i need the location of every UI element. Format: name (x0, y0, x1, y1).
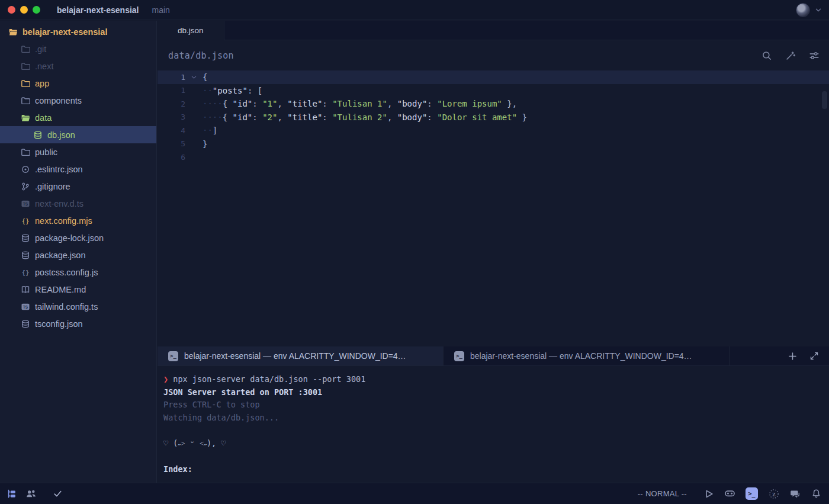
terminal-tab-1[interactable]: >_belajar-next-esensial — env ALACRITTY_… (158, 346, 444, 365)
code-line[interactable]: 1··"posts": [ (158, 84, 829, 98)
terminal-output[interactable]: ❯ npx json-server data/db.json --port 30… (158, 367, 829, 483)
folder-open-icon (8, 27, 18, 37)
zoom-window-button[interactable] (33, 6, 40, 14)
minimize-window-button[interactable] (20, 6, 28, 14)
sidebar-item-gitignore[interactable]: .gitignore (0, 178, 156, 195)
code-text: } (203, 139, 207, 149)
file-name: app (35, 79, 49, 88)
terminal-line: Press CTRL-C to stop (163, 398, 829, 411)
sidebar-item-package-json[interactable]: package.json (0, 246, 156, 264)
line-number: 5 (158, 139, 185, 148)
folder-open-icon (21, 113, 30, 123)
editor-tab-bar: db.json (158, 21, 829, 40)
close-window-button[interactable] (8, 6, 15, 14)
sidebar-item-next-env-d-ts[interactable]: TSnext-env.d.ts (0, 195, 156, 212)
code-line[interactable]: 1{ (158, 70, 829, 84)
file-name: package-lock.json (35, 233, 104, 243)
sidebar-item-data[interactable]: data (0, 109, 156, 126)
database-icon (21, 233, 30, 243)
file-name: public (35, 147, 57, 157)
sidebar-item-package-lock-json[interactable]: package-lock.json (0, 229, 156, 246)
sidebar-item-app[interactable]: app (0, 75, 156, 92)
editor-controls-icon[interactable] (809, 50, 820, 61)
inline-assist-icon[interactable] (785, 50, 796, 61)
line-number: 6 (158, 153, 185, 162)
status-bar: -- NORMAL -- >_ z (0, 483, 829, 504)
terminal-line: Index: (163, 463, 829, 476)
terminal-tab-bar: >_belajar-next-esensial — env ALACRITTY_… (158, 346, 829, 366)
sidebar-item-eslintrc-json[interactable]: .eslintrc.json (0, 160, 156, 178)
sidebar-item-tsconfig-json[interactable]: tsconfig.json (0, 315, 156, 332)
sidebar-item-next[interactable]: .next (0, 57, 156, 75)
code-text: { (203, 72, 207, 82)
zed-window: belajar-next-esensial main belajar-next-… (0, 0, 829, 504)
scrollbar-thumb[interactable] (822, 91, 827, 109)
fold-chevron-icon[interactable] (185, 73, 203, 81)
code-text: ··] (203, 126, 217, 135)
sidebar-item-components[interactable]: components (0, 92, 156, 109)
terminal-icon: >_ (168, 351, 178, 361)
editor-pane: db.json data/db.json 1{1··"posts": [2···… (158, 21, 829, 346)
git-branch-name[interactable]: main (152, 5, 170, 15)
chevron-down-icon[interactable] (814, 5, 823, 15)
braces-icon: {} (21, 216, 30, 226)
traffic-lights (8, 6, 40, 14)
line-number: 1 (158, 73, 185, 82)
terminal-tabs: >_belajar-next-esensial — env ALACRITTY_… (158, 346, 730, 365)
collab-panel-icon[interactable] (25, 488, 37, 499)
code-line[interactable]: 5} (158, 137, 829, 151)
new-terminal-button[interactable] (788, 351, 798, 361)
git-branch-icon (21, 182, 30, 191)
sidebar-item-postcss-config-js[interactable]: {}postcss.config.js (0, 264, 156, 281)
sidebar-item-tailwind-config-ts[interactable]: TStailwind.config.ts (0, 298, 156, 315)
copilot-icon[interactable] (724, 488, 735, 499)
terminal-tab-label: belajar-next-esensial — env ALACRITTY_WI… (184, 351, 406, 361)
chat-icon[interactable] (789, 488, 801, 499)
assistant-z-icon[interactable]: z (768, 488, 779, 499)
run-play-icon[interactable] (703, 488, 714, 499)
vim-mode-indicator: -- NORMAL -- (638, 489, 687, 498)
line-number: 1 (158, 86, 185, 95)
terminal-line: Watching data/db.json... (163, 411, 829, 424)
tab-db-json[interactable]: db.json (158, 21, 224, 40)
file-name: tsconfig.json (35, 319, 83, 329)
user-avatar[interactable] (796, 3, 810, 17)
project-panel-toggle-icon[interactable] (6, 488, 17, 499)
terminal-toggle-icon[interactable]: >_ (746, 487, 758, 500)
svg-text:{}: {} (21, 269, 29, 277)
search-icon[interactable] (761, 50, 772, 61)
code-line[interactable]: 2····{ "id": "1", "title": "Tulisan 1", … (158, 97, 829, 111)
project-name[interactable]: belajar-next-esensial (57, 5, 139, 15)
file-name: data (35, 113, 52, 123)
sidebar-item-readme-md[interactable]: README.md (0, 281, 156, 298)
svg-text:z: z (772, 490, 775, 497)
title-bar: belajar-next-esensial main (0, 0, 829, 20)
line-number: 4 (158, 126, 185, 135)
code-text: ····{ "id": "1", "title": "Tulisan 1", "… (203, 99, 517, 108)
book-icon (21, 285, 30, 294)
file-name: .eslintrc.json (35, 165, 83, 174)
folder-icon (21, 96, 30, 105)
terminal-line: ❯ npx json-server data/db.json --port 30… (163, 373, 829, 386)
code-text: ····{ "id": "2", "title": "Tulisan 2", "… (203, 113, 527, 122)
file-name: next.config.mjs (35, 216, 92, 226)
line-number: 2 (158, 99, 185, 108)
sidebar-item-belajar-next-esensial[interactable]: belajar-next-esensial (0, 23, 156, 40)
sidebar-item-next-config-mjs[interactable]: {}next.config.mjs (0, 212, 156, 229)
terminal-tab-2[interactable]: >_belajar-next-esensial — env ALACRITTY_… (444, 346, 730, 365)
sidebar-item-db-json[interactable]: db.json (0, 126, 156, 143)
code-line[interactable]: 4··] (158, 124, 829, 137)
maximize-terminal-button[interactable] (809, 351, 820, 361)
code-line[interactable]: 3····{ "id": "2", "title": "Tulisan 2", … (158, 111, 829, 124)
terminal-icon: >_ (454, 351, 464, 361)
code-editor[interactable]: 1{1··"posts": [2····{ "id": "1", "title"… (158, 70, 829, 346)
notifications-bell-icon[interactable] (811, 488, 822, 499)
breadcrumb[interactable]: data/db.json (168, 50, 234, 61)
file-name: tailwind.config.ts (35, 302, 98, 312)
diagnostics-check-icon[interactable] (52, 488, 63, 499)
folder-icon (21, 44, 30, 54)
database-icon (21, 251, 30, 260)
sidebar-item-git[interactable]: .git (0, 40, 156, 57)
sidebar-item-public[interactable]: public (0, 143, 156, 160)
code-line[interactable]: 6 (158, 150, 829, 164)
